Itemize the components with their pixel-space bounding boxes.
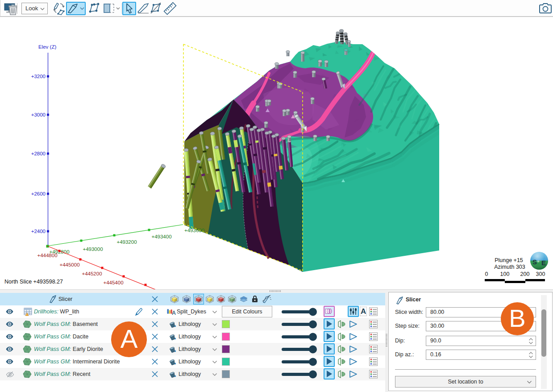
svg-text:0: 0 bbox=[485, 271, 488, 277]
svg-text:300: 300 bbox=[536, 271, 545, 277]
svg-text:+2600: +2600 bbox=[31, 191, 46, 196]
svg-text:+493600: +493600 bbox=[184, 228, 204, 233]
svg-text:Plunge +15: Plunge +15 bbox=[495, 257, 523, 263]
svg-text:+445400: +445400 bbox=[103, 280, 123, 285]
svg-text:A: A bbox=[172, 310, 176, 316]
svg-text:200: 200 bbox=[520, 271, 530, 277]
svg-text:S: S bbox=[532, 258, 537, 266]
svg-text:+2800: +2800 bbox=[31, 151, 46, 156]
svg-text:!: ! bbox=[26, 313, 27, 316]
svg-text:+3200: +3200 bbox=[31, 74, 46, 79]
svg-text:+445000: +445000 bbox=[59, 262, 79, 267]
svg-text:+3000: +3000 bbox=[31, 112, 46, 117]
svg-text:North Slice +493598.27: North Slice +493598.27 bbox=[4, 279, 63, 285]
svg-text:+2400: +2400 bbox=[31, 229, 46, 234]
svg-text:+493400: +493400 bbox=[151, 234, 171, 239]
svg-text:100: 100 bbox=[500, 271, 510, 277]
svg-text:+445200: +445200 bbox=[82, 271, 102, 276]
svg-text:+444800: +444800 bbox=[37, 253, 57, 258]
svg-text:Azimuth 303: Azimuth 303 bbox=[494, 264, 525, 270]
svg-text:+: + bbox=[537, 259, 540, 264]
svg-text:+493200: +493200 bbox=[116, 239, 137, 245]
svg-text:E: E bbox=[541, 259, 546, 267]
svg-text:+493000: +493000 bbox=[83, 246, 103, 252]
svg-text:Elev (Z): Elev (Z) bbox=[38, 44, 56, 50]
